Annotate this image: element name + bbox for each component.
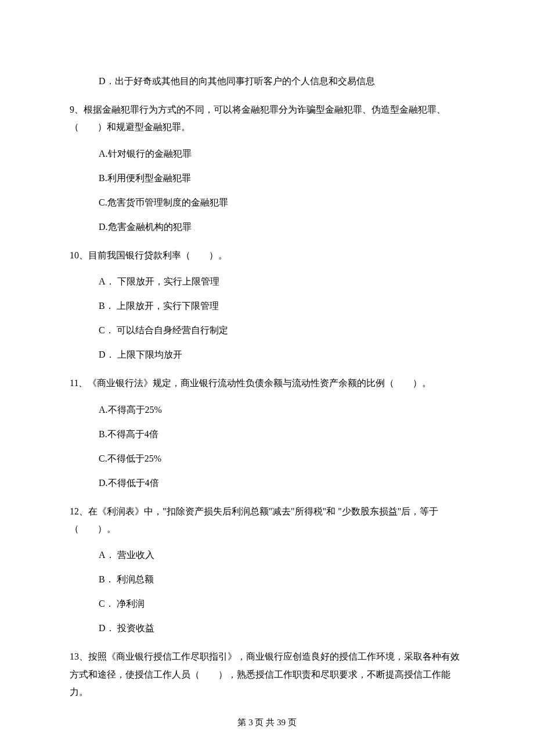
question-10: 10、目前我国银行贷款利率（ ）。 — [70, 247, 464, 264]
question-9: 9、根据金融犯罪行为方式的不同，可以将金融犯罪分为诈骗型金融犯罪、伪造型金融犯罪… — [70, 101, 464, 136]
q11-option-c: C.不得低于25% — [99, 452, 464, 466]
document-page: D．出于好奇或其他目的向其他同事打听客户的个人信息和交易信息 9、根据金融犯罪行… — [0, 0, 534, 743]
q9-option-a: A.针对银行的金融犯罪 — [99, 147, 464, 161]
q9-option-d: D.危害金融机构的犯罪 — [99, 220, 464, 234]
q10-option-d: D． 上限下限均放开 — [99, 348, 464, 362]
q11-option-d: D.不得低于4倍 — [99, 476, 464, 490]
question-11: 11、《商业银行法》规定，商业银行流动性负债余额与流动性资产余额的比例（ ）。 — [70, 375, 464, 392]
q9-option-c: C.危害货币管理制度的金融犯罪 — [99, 196, 464, 210]
question-12: 12、在《利润表》中，"扣除资产损失后利润总额"减去"所得税"和 "少数股东损益… — [70, 503, 464, 538]
q12-option-b: B． 利润总额 — [99, 573, 464, 586]
q10-option-b: B． 上限放开，实行下限管理 — [99, 299, 464, 313]
q8-option-d: D．出于好奇或其他目的向其他同事打听客户的个人信息和交易信息 — [99, 74, 464, 88]
q10-option-a: A． 下限放开，实行上限管理 — [99, 275, 464, 289]
q10-option-c: C． 可以结合自身经营自行制定 — [99, 323, 464, 337]
q12-option-c: C． 净利润 — [99, 597, 464, 611]
q12-option-a: A． 营业收入 — [99, 548, 464, 562]
q9-option-b: B.利用便利型金融犯罪 — [99, 171, 464, 185]
q11-option-a: A.不得高于25% — [99, 403, 464, 417]
q11-option-b: B.不得高于4倍 — [99, 427, 464, 441]
question-13: 13、按照《商业银行授信工作尽职指引》，商业银行应创造良好的授信工作环境，采取各… — [70, 648, 464, 701]
page-footer: 第 3 页 共 39 页 — [0, 717, 534, 728]
q12-option-d: D． 投资收益 — [99, 621, 464, 635]
